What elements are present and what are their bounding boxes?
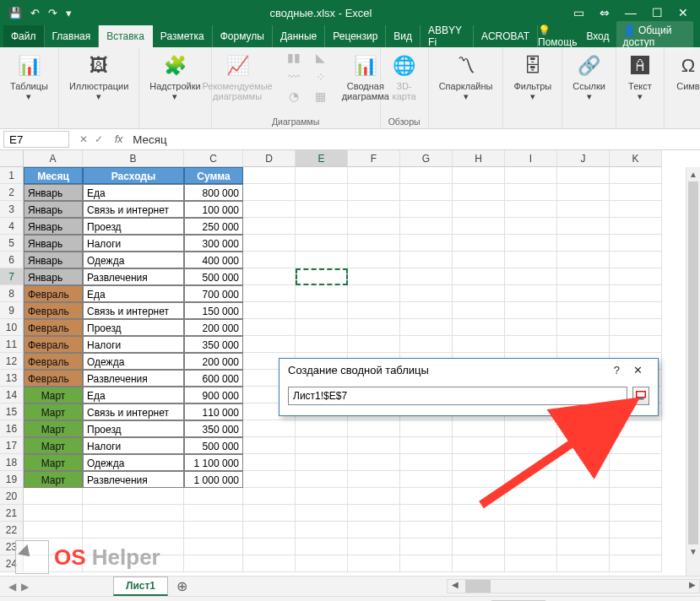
cell[interactable]: [296, 336, 348, 353]
tab-рецензирование[interactable]: Рецензир: [325, 25, 386, 47]
cell[interactable]: [557, 302, 610, 319]
cell[interactable]: [243, 302, 296, 319]
cell[interactable]: [400, 268, 453, 285]
cell[interactable]: [296, 319, 348, 336]
cell[interactable]: Март: [24, 420, 83, 437]
cell[interactable]: [610, 184, 662, 201]
cell[interactable]: [505, 336, 557, 353]
column-header[interactable]: G: [400, 150, 453, 167]
cell[interactable]: [557, 201, 610, 218]
cell[interactable]: [243, 235, 296, 252]
cell[interactable]: [348, 285, 400, 302]
cell[interactable]: [610, 454, 662, 471]
tab-abbyy finereader[interactable]: ABBYY Fi: [421, 25, 474, 47]
sheet-tab[interactable]: Лист1: [113, 577, 168, 596]
cell[interactable]: [453, 268, 505, 285]
dialog-help-icon[interactable]: ?: [607, 364, 627, 376]
cell[interactable]: [610, 167, 662, 184]
cell[interactable]: [557, 268, 610, 285]
cell[interactable]: 600 000: [184, 370, 243, 387]
cell[interactable]: [348, 420, 400, 437]
row-header[interactable]: 21: [0, 505, 24, 522]
cell[interactable]: Еда: [83, 184, 184, 201]
name-box[interactable]: [3, 131, 69, 148]
cell[interactable]: [184, 505, 243, 522]
cell[interactable]: [296, 285, 348, 302]
cell[interactable]: [505, 505, 557, 522]
cell[interactable]: [557, 184, 610, 201]
cell[interactable]: [610, 201, 662, 218]
cell[interactable]: [243, 184, 296, 201]
cell[interactable]: [400, 522, 453, 539]
cell[interactable]: [348, 302, 400, 319]
cell[interactable]: [400, 252, 453, 268]
cell[interactable]: [610, 218, 662, 235]
cell[interactable]: [453, 302, 505, 319]
cell[interactable]: [610, 539, 662, 555]
cell[interactable]: [296, 420, 348, 437]
cell[interactable]: Месяц: [24, 167, 83, 184]
cell[interactable]: [453, 420, 505, 437]
range-input[interactable]: [288, 387, 627, 405]
row-header[interactable]: 15: [0, 403, 24, 420]
row-header[interactable]: 2: [0, 184, 24, 201]
cell[interactable]: [348, 218, 400, 235]
cell[interactable]: [400, 539, 453, 555]
cell[interactable]: [243, 539, 296, 555]
horizontal-scrollbar[interactable]: ◀ ▶: [447, 579, 700, 593]
cell[interactable]: [610, 505, 662, 522]
cell[interactable]: 150 000: [184, 302, 243, 319]
cell[interactable]: [400, 336, 453, 353]
cell[interactable]: [400, 488, 453, 505]
cell[interactable]: Февраль: [24, 319, 83, 336]
cell[interactable]: [243, 555, 296, 572]
cell[interactable]: [296, 235, 348, 252]
cell[interactable]: [296, 471, 348, 488]
row-header[interactable]: 12: [0, 353, 24, 370]
row-header[interactable]: 5: [0, 235, 24, 252]
cell[interactable]: [505, 218, 557, 235]
cell[interactable]: [453, 218, 505, 235]
cell[interactable]: [296, 268, 348, 285]
cell[interactable]: [400, 505, 453, 522]
cell[interactable]: [184, 488, 243, 505]
column-header[interactable]: H: [453, 150, 505, 167]
row-header[interactable]: 16: [0, 420, 24, 437]
cell[interactable]: Март: [24, 437, 83, 454]
cell[interactable]: Еда: [83, 285, 184, 302]
tab-разметка[interactable]: Разметка: [153, 25, 213, 47]
cell[interactable]: [505, 268, 557, 285]
spreadsheet-grid[interactable]: ABCDEFGHIJK 1234567891011121314151617181…: [0, 150, 700, 576]
cell[interactable]: [453, 252, 505, 268]
row-header[interactable]: 20: [0, 488, 24, 505]
column-header[interactable]: J: [557, 150, 610, 167]
cell[interactable]: [348, 201, 400, 218]
column-header[interactable]: I: [505, 150, 557, 167]
cell[interactable]: [400, 471, 453, 488]
cell[interactable]: [557, 252, 610, 268]
cell[interactable]: [83, 505, 184, 522]
cell[interactable]: [453, 184, 505, 201]
hscroll-thumb[interactable]: [465, 580, 491, 593]
cell[interactable]: [400, 319, 453, 336]
cell[interactable]: [24, 488, 83, 505]
row-header[interactable]: 10: [0, 319, 24, 336]
cell[interactable]: 300 000: [184, 235, 243, 252]
cell[interactable]: [610, 555, 662, 572]
range-selector-button[interactable]: [632, 387, 649, 405]
cell[interactable]: Январь: [24, 218, 83, 235]
cell[interactable]: [453, 437, 505, 454]
cell[interactable]: [453, 336, 505, 353]
cell[interactable]: [24, 505, 83, 522]
minimize-icon[interactable]: —: [625, 6, 637, 19]
cell[interactable]: [243, 454, 296, 471]
cell[interactable]: [296, 522, 348, 539]
cell[interactable]: [505, 555, 557, 572]
cell[interactable]: Одежда: [83, 252, 184, 268]
cell[interactable]: Развлечения: [83, 370, 184, 387]
cell[interactable]: [400, 201, 453, 218]
cell[interactable]: Март: [24, 387, 83, 403]
cell[interactable]: [557, 505, 610, 522]
cell[interactable]: [505, 285, 557, 302]
cell[interactable]: [296, 302, 348, 319]
